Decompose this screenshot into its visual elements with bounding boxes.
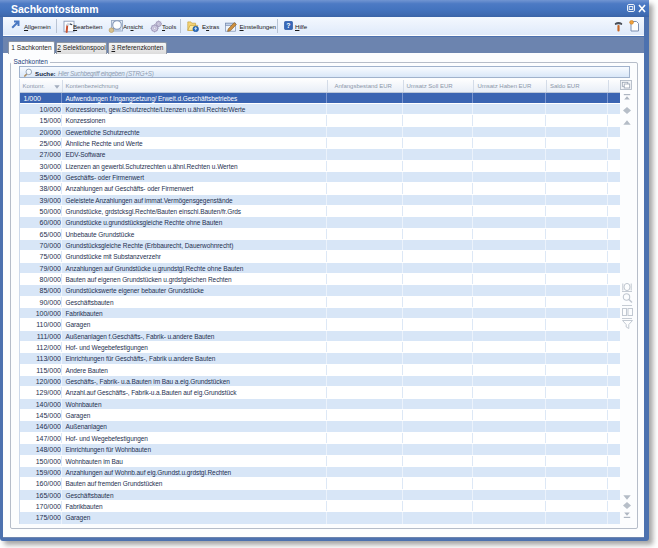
svg-text:?: ? (286, 22, 290, 29)
